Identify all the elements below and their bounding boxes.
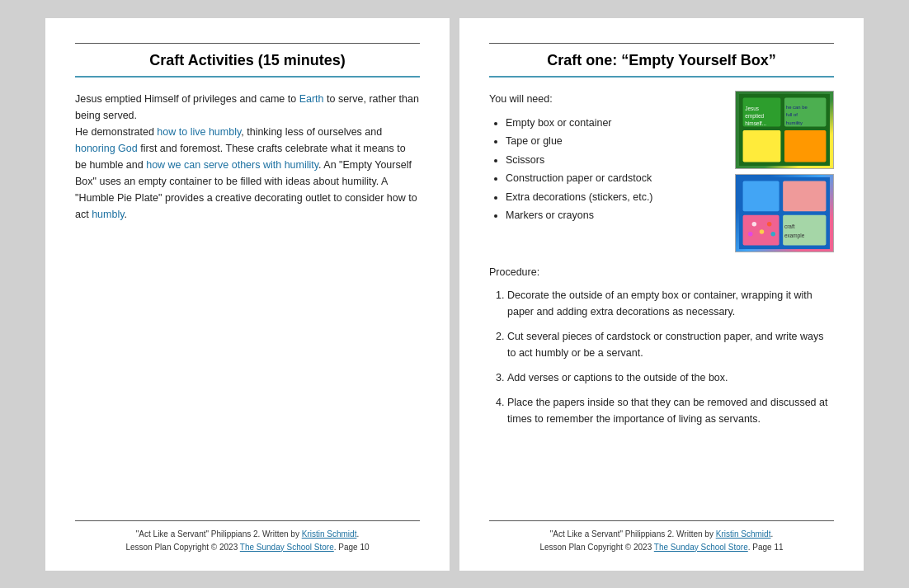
text-humbly: humbly (92, 209, 124, 220)
svg-point-18 (767, 222, 772, 227)
step-2-text: Cut several pieces of cardstock or const… (507, 331, 824, 359)
left-page-footer: "Act Like a Servant" Philippians 2. Writ… (75, 520, 420, 554)
text-period: . (125, 209, 127, 220)
svg-point-20 (771, 231, 776, 236)
left-footer-line2: Lesson Plan Copyright © 2023 The Sunday … (75, 541, 420, 554)
right-footer-author-link[interactable]: Kristin Schmidt (716, 529, 771, 539)
left-footer-copyright: Lesson Plan Copyright © 2023 (125, 543, 239, 552)
text-earth: Earth (299, 93, 324, 105)
right-page-footer: "Act Like a Servant" Philippians 2. Writ… (489, 520, 834, 554)
material-item-4: Construction paper or cardstock (506, 169, 725, 188)
step-4: Place the papers inside so that they can… (507, 394, 834, 427)
left-footer-text1: "Act Like a Servant" Philippians 2. Writ… (136, 529, 302, 539)
materials-list: Empty box or container Tape or glue Scis… (489, 114, 725, 225)
right-text-area: You will need: Empty box or container Ta… (489, 91, 725, 252)
craft-image-top: Jesus emptied himself... he can be full … (735, 91, 834, 169)
svg-rect-12 (743, 181, 779, 211)
svg-text:he can be: he can be (786, 105, 808, 110)
title-rule-right (489, 76, 834, 78)
left-page: Craft Activities (15 minutes) Jesus empt… (45, 18, 450, 571)
material-item-1: Empty box or container (506, 114, 725, 133)
top-rule-left (75, 43, 420, 44)
right-page-title: Craft one: “Empty Yourself Box” (489, 52, 834, 69)
svg-text:Jesus: Jesus (745, 106, 759, 111)
svg-rect-15 (783, 214, 826, 245)
right-footer-page: . Page 11 (748, 543, 784, 552)
text-how-to: how to live humbly (157, 126, 241, 138)
svg-rect-13 (783, 181, 826, 211)
left-footer-line1: "Act Like a Servant" Philippians 2. Writ… (75, 528, 420, 541)
craft-image-bottom: craft example (735, 174, 834, 252)
step-3-text: Add verses or captions to the outside of… (507, 372, 728, 383)
svg-text:full of: full of (786, 112, 798, 117)
text-thinking: , thinking less of ourselves and (241, 126, 382, 138)
material-item-2: Tape or glue (506, 132, 725, 151)
left-footer-page: . Page 10 (334, 543, 370, 552)
right-page: Craft one: “Empty Yourself Box” You will… (459, 18, 864, 571)
svg-text:himself...: himself... (745, 120, 766, 126)
procedure-list: Decorate the outside of an empty box or … (489, 287, 834, 427)
step-3: Add verses or captions to the outside of… (507, 369, 834, 386)
svg-point-17 (760, 229, 765, 234)
left-body-paragraph: Jesus emptied Himself of privileges and … (75, 91, 420, 223)
step-4-text: Place the papers inside so that they can… (507, 397, 827, 425)
svg-rect-3 (743, 129, 781, 162)
material-item-6: Markers or crayons (506, 206, 725, 225)
left-footer-period: . (356, 529, 359, 539)
step-1: Decorate the outside of an empty box or … (507, 287, 834, 320)
svg-rect-4 (784, 129, 826, 162)
svg-text:example: example (784, 233, 805, 239)
svg-text:emptied: emptied (745, 113, 764, 120)
left-footer-author-link[interactable]: Kristin Schmidt (302, 529, 357, 539)
right-footer-line1: "Act Like a Servant" Philippians 2. Writ… (489, 528, 834, 541)
left-footer-store-link[interactable]: The Sunday School Store (240, 543, 334, 552)
left-page-content: Jesus emptied Himself of privileges and … (75, 91, 420, 504)
right-footer-text1: "Act Like a Servant" Philippians 2. Writ… (550, 529, 716, 539)
text-he-demonstrated: He demonstrated (75, 126, 157, 138)
you-will-need-label: You will need: (489, 91, 725, 107)
step-2: Cut several pieces of cardstock or const… (507, 328, 834, 361)
text-jesus: Jesus emptied Himself of privileges and … (75, 93, 299, 105)
craft-images-column: Jesus emptied himself... he can be full … (735, 91, 834, 252)
top-rule-right (489, 43, 834, 44)
right-footer-period: . (770, 529, 773, 539)
material-item-5: Extra decorations (stickers, etc.) (506, 188, 725, 207)
right-footer-store-link[interactable]: The Sunday School Store (654, 543, 748, 552)
material-item-3: Scissors (506, 151, 725, 170)
procedure-label: Procedure: (489, 264, 834, 280)
title-rule-left (75, 76, 420, 78)
right-footer-line2: Lesson Plan Copyright © 2023 The Sunday … (489, 541, 834, 554)
svg-text:craft: craft (784, 223, 795, 229)
text-how-we: how we can serve others with humility (146, 159, 318, 171)
right-header-area: You will need: Empty box or container Ta… (489, 91, 834, 252)
text-honoring: honoring God (75, 143, 138, 154)
two-page-spread: Craft Activities (15 minutes) Jesus empt… (29, 2, 880, 587)
svg-point-19 (748, 231, 753, 236)
right-footer-copyright: Lesson Plan Copyright © 2023 (539, 543, 653, 552)
step-1-text: Decorate the outside of an empty box or … (507, 289, 812, 318)
svg-point-16 (752, 222, 757, 227)
right-page-content: You will need: Empty box or container Ta… (489, 91, 834, 504)
left-page-title: Craft Activities (15 minutes) (75, 52, 420, 69)
svg-text:humility: humility (786, 120, 803, 125)
